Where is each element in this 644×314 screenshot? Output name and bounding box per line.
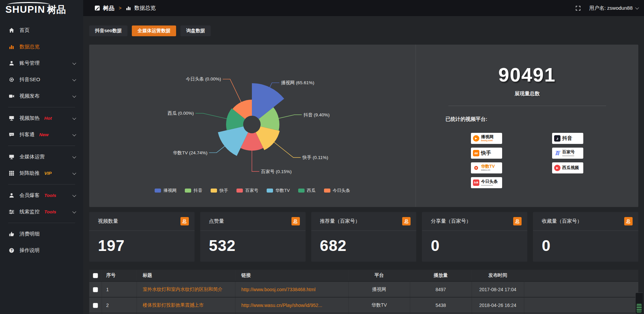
legend-label: 西瓜 (307, 188, 316, 194)
xigua-logo-icon: ▶ (554, 165, 560, 171)
stat-cards: 视频数量总 197 点赞量总 532 推荐量（百家号）总 682 分享量（百家号… (89, 212, 638, 262)
sidebar-item-help[interactable]: ? 操作说明 (0, 242, 83, 259)
cell-platform: 华数TV (348, 297, 410, 313)
sidebar-item-video-publish[interactable]: 视频发布 (0, 88, 83, 104)
sidebar-item-label: 矩阵助推 (19, 170, 40, 176)
chart-legend: 播视网抖音快手百家号华数TV西瓜今日头条 (89, 188, 416, 194)
platform-badge-baijiahao: 百 百家号 (552, 148, 583, 159)
table-header-row: 序号 标题 链接 平台 播放量 发布时间 (89, 269, 638, 281)
sidebar-item-video-heat[interactable]: 视频加热 Hot (0, 110, 83, 126)
edit-square-icon (95, 5, 100, 11)
sidebar-item-lead-monitor[interactable]: 线索监控 Tools (0, 204, 83, 220)
legend-item-华数TV[interactable]: 华数TV (267, 188, 290, 194)
legend-item-播视网[interactable]: 播视网 (155, 188, 176, 194)
sidebar-item-label: 首页 (19, 27, 30, 34)
stat-card-shares: 分享量（百家号）总 0 (422, 212, 527, 262)
stat-card-label: 分享量（百家号） (431, 218, 471, 224)
home-icon (9, 28, 14, 33)
cell-plays: 8497 (410, 281, 472, 297)
select-all-checkbox[interactable] (93, 273, 98, 278)
wasu-logo-icon (473, 165, 479, 171)
floating-widget-bars (637, 304, 642, 313)
overview-panel: 播视网 (65.61%)抖音 (9.40%)快手 (0.11%)百家号 (0.1… (89, 45, 638, 207)
legend-item-今日头条[interactable]: 今日头条 (324, 188, 350, 194)
legend-label: 华数TV (275, 188, 290, 194)
video-url-link[interactable]: http://www.boosj.com/7338468.html (241, 287, 316, 292)
platform-slogan-bar (562, 155, 574, 156)
sidebar-nav: 首页 数据总览 账号管理 抖音SEO 视频发布 视频加热 Hot (0, 19, 83, 259)
total-badge[interactable]: 总 (291, 217, 300, 225)
fullscreen-icon[interactable] (576, 6, 581, 11)
row-checkbox[interactable] (93, 287, 98, 292)
platforms-title: 已统计的视频平台: (445, 116, 638, 122)
chevron-down-icon (72, 154, 76, 158)
chevron-down-icon (72, 77, 76, 81)
tab-douyin-seo-data[interactable]: 抖音seo数据 (89, 25, 127, 36)
pie-slice-华数TV[interactable] (218, 126, 248, 156)
sidebar-item-douyin-seo[interactable]: 抖音SEO (0, 71, 83, 88)
display-icon (9, 154, 14, 160)
pie-label-华数TV: 华数TV (24.74%) (173, 150, 208, 155)
legend-label: 播视网 (163, 188, 176, 194)
chevron-down-icon (72, 171, 76, 174)
column-header-no: 序号 (102, 269, 137, 281)
chevron-down-icon (635, 6, 639, 9)
pie-label-leader (223, 79, 241, 103)
sidebar-item-home[interactable]: 首页 (0, 22, 83, 39)
summary-section: 90491 展现量总数 已统计的视频平台: ▶ 播视网boosj.com 66 … (416, 45, 638, 207)
legend-item-西瓜[interactable]: 西瓜 (298, 188, 316, 194)
sidebar-item-expense-detail[interactable]: 消费明细 (0, 226, 83, 242)
total-badge[interactable]: 总 (180, 217, 189, 225)
cell-publish-time: 2018-04-26 16:24 (472, 297, 524, 313)
cell-publish-time: 2017-08-24 17:04 (472, 281, 524, 297)
sidebar-item-account-mgmt[interactable]: 账号管理 (0, 55, 83, 71)
new-badge: New (39, 132, 49, 137)
sidebar-item-matrix-boost[interactable]: 矩阵助推 VIP (0, 165, 83, 181)
platform-slogan-bar (481, 185, 493, 186)
platforms-left-column: ▶ 播视网boosj.com 66 快手 华数TVwasu.cn 头条 今日头条 (471, 133, 502, 188)
pie-label-leader (274, 142, 301, 158)
table-row: 2 楼体投影灯投影效果震撼上市 http://www.wasu.cn/Play/… (89, 297, 638, 313)
chevron-down-icon (72, 61, 76, 64)
floating-widget[interactable] (635, 293, 643, 314)
stat-card-value: 532 (200, 231, 306, 255)
cell-no: 1 (102, 281, 137, 297)
tab-inquiry-data[interactable]: 询盘数据 (180, 25, 211, 36)
nav-divider (8, 184, 75, 185)
platform-badge-douyin: ♪ 抖音 (552, 133, 583, 144)
total-badge[interactable]: 总 (513, 217, 522, 225)
gear-icon (9, 77, 14, 83)
breadcrumb-root-link[interactable]: 树品 (103, 4, 114, 12)
legend-label: 百家号 (245, 188, 258, 194)
videos-table: 序号 标题 链接 平台 播放量 发布时间 1 室外水纹灯和室内水纹灯的区别和简介… (89, 269, 638, 314)
legend-item-快手[interactable]: 快手 (211, 188, 228, 194)
stat-card-likes: 点赞量总 532 (200, 212, 306, 262)
pie-label-西瓜: 西瓜 (0.00%) (168, 111, 194, 116)
column-header-plays: 播放量 (410, 269, 472, 281)
legend-item-百家号[interactable]: 百家号 (236, 188, 258, 194)
video-title-link[interactable]: 室外水纹灯和室内水纹灯的区别和简介 (143, 286, 223, 292)
sidebar-item-label: 全媒体运营 (19, 154, 45, 160)
chat-bubble-icon (9, 132, 14, 138)
row-checkbox[interactable] (93, 303, 98, 308)
platform-badge-toutiao: 头条 今日头条 (471, 177, 502, 188)
toutiao-logo-icon: 头条 (473, 179, 479, 186)
user-menu[interactable]: 用户名: zswodun88 (589, 5, 638, 11)
total-badge[interactable]: 总 (402, 217, 411, 225)
chevron-down-icon (72, 94, 76, 97)
pie-label-leader (252, 150, 259, 171)
sidebar-item-member-baoke[interactable]: 会员爆客 Tools (0, 187, 83, 204)
video-url-link[interactable]: http://www.wasu.cn/Play/show/id/952... (241, 303, 322, 308)
tab-media-ops-data[interactable]: 全媒体运营数据 (132, 25, 176, 36)
bar-chart-icon (126, 5, 131, 11)
sidebar-item-media-ops[interactable]: 全媒体运营 (0, 149, 83, 165)
sidebar-item-data-overview[interactable]: 数据总览 (0, 39, 83, 55)
video-title-link[interactable]: 楼体投影灯投影效果震撼上市 (143, 302, 204, 308)
breadcrumb-separator: > (117, 5, 123, 11)
legend-swatch (185, 189, 191, 193)
platforms-right-column: ♪ 抖音 百 百家号 ▶ 西瓜视频 (552, 133, 583, 188)
total-badge[interactable]: 总 (624, 217, 633, 225)
sidebar-item-doketong[interactable]: 抖客通 New (0, 126, 83, 143)
user-icon (9, 60, 14, 66)
legend-item-抖音[interactable]: 抖音 (185, 188, 202, 194)
